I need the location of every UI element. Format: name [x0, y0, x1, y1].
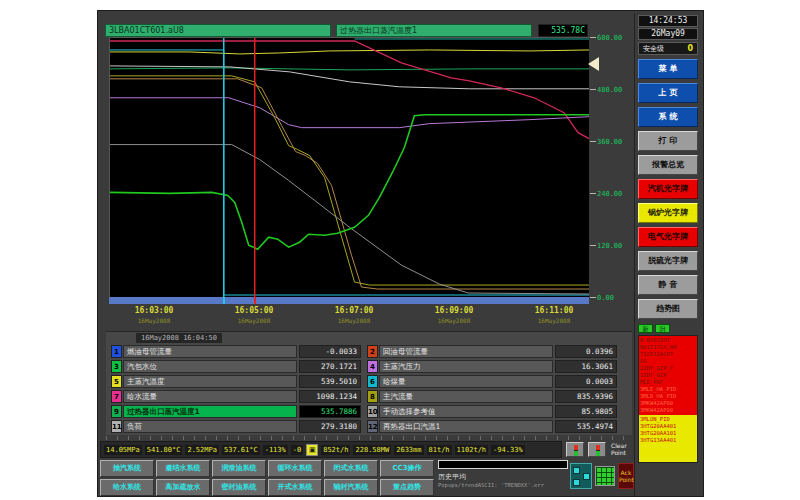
nav-button[interactable]: 轴封汽系统: [324, 479, 378, 496]
trend-line: [110, 50, 589, 295]
alarm-item[interactable]: 3MLE_HA_PID: [640, 386, 696, 393]
sidebar-button[interactable]: 趋势图: [638, 299, 698, 319]
grid-tool-icon[interactable]: [595, 466, 615, 486]
trend-row[interactable]: 1燃油母管流量-0.0033: [111, 345, 361, 358]
point-toggle-2[interactable]: [588, 442, 606, 457]
nav-button[interactable]: 密封油系统: [212, 479, 266, 496]
sidebar-button[interactable]: 打 印: [638, 131, 698, 151]
cursor-timestamp: 16May2008 16:04:50: [136, 333, 222, 343]
trend-color-index: 4: [367, 360, 378, 373]
trend-tag-field[interactable]: 3LBA01CT601.aU8: [105, 24, 331, 37]
command-input[interactable]: [438, 460, 568, 469]
date: 26May09: [638, 28, 698, 40]
security-level-label: 安全级: [643, 43, 664, 54]
y-axis-label: 240.00: [597, 190, 622, 198]
alarm-item[interactable]: 3HTG20AA101: [640, 430, 696, 437]
nav-button[interactable]: 开式水系统: [268, 479, 322, 496]
status-value: 1102t/h: [455, 445, 489, 455]
trend-color-index: 12: [367, 420, 378, 433]
trend-row[interactable]: 9过热器出口蒸汽温度1535.7886: [111, 405, 361, 418]
trend-plot-area[interactable]: [109, 37, 589, 297]
trend-color-index: 5: [111, 375, 122, 388]
trend-row[interactable]: 12再热器出口汽温1535.4974: [367, 420, 617, 433]
trend-line: [110, 76, 589, 285]
y-axis-tick: [590, 245, 596, 246]
trend-description-field[interactable]: 过热器出口蒸汽温度1: [336, 24, 532, 37]
nav-button[interactable]: 凝结水系统: [156, 460, 210, 477]
trend-row[interactable]: 8主汽流量835.9396: [367, 390, 617, 403]
time-tick-label: 16:07:00: [322, 306, 386, 315]
trend-row[interactable]: 5主蒸汽温度539.5010: [111, 375, 361, 388]
trend-value: 270.1721: [299, 360, 361, 373]
nav-button[interactable]: 循环水系统: [268, 460, 322, 477]
sidebar-button[interactable]: 汽机光字牌: [638, 179, 698, 199]
alarm-item[interactable]: T18E12ACHT: [640, 351, 696, 358]
trend-row[interactable]: 10手动选择参考值85.9805: [367, 405, 617, 418]
sidebar-button[interactable]: 系 统: [638, 107, 698, 127]
alarm-item[interactable]: OG: [640, 358, 696, 365]
trend-row[interactable]: 3汽包水位270.1721: [111, 360, 361, 373]
alarm-tab[interactable]: 新: [638, 324, 653, 333]
breaker-icon: ▣: [306, 444, 318, 456]
time-tick-label: 16:11:00: [522, 306, 586, 315]
trend-row[interactable]: 6给煤量0.0003: [367, 375, 617, 388]
alarm-item[interactable]: 1IDF_GZP: [640, 372, 696, 379]
alarm-item[interactable]: N01E17SS.AM: [640, 344, 696, 351]
nav-button[interactable]: 高加疏放水: [156, 479, 210, 496]
link-tool-icon[interactable]: [570, 463, 592, 489]
alarm-item[interactable]: 3MLON_PID: [640, 416, 696, 423]
nav-button[interactable]: 闭式水系统: [324, 460, 378, 477]
status-value: -113%: [263, 445, 288, 455]
trend-color-index: 10: [367, 405, 378, 418]
point-toggle-1[interactable]: [566, 442, 584, 457]
nav-button[interactable]: 抽汽系统: [100, 460, 154, 477]
trend-color-index: 1: [111, 345, 122, 358]
alarm-item[interactable]: 3HTG20AA401: [640, 423, 696, 430]
trend-color-index: 9: [111, 405, 122, 418]
nav-button[interactable]: 重点趋势: [380, 479, 434, 496]
trend-line: [110, 68, 589, 70]
sidebar-button[interactable]: 报警总览: [638, 155, 698, 175]
trend-label: 手动选择参考值: [379, 405, 553, 418]
trend-color-index: 11: [111, 420, 122, 433]
alarm-item[interactable]: 3MKW42AP00: [640, 407, 696, 414]
sidebar-button[interactable]: 锅炉光字牌: [638, 203, 698, 223]
sidebar-button[interactable]: 上 页: [638, 83, 698, 103]
alarm-item[interactable]: 3MLD_HA_PID: [640, 393, 696, 400]
trend-color-index: 6: [367, 375, 378, 388]
nav-button[interactable]: 给水系统: [100, 479, 154, 496]
sidebar-button[interactable]: 静 音: [638, 275, 698, 295]
sidebar-button[interactable]: 菜 单: [638, 59, 698, 79]
trend-color-index: 2: [367, 345, 378, 358]
trend-row[interactable]: 4主蒸汽压力16.3061: [367, 360, 617, 373]
trend-row[interactable]: 2回油母管流量0.0396: [367, 345, 617, 358]
alarm-item[interactable]: MLE_PAF: [640, 379, 696, 386]
trend-line: [110, 41, 589, 139]
trend-row[interactable]: 11负荷279.3180: [111, 420, 361, 433]
time-axis-strip[interactable]: [109, 297, 589, 304]
y-axis-label: 600.00: [597, 34, 622, 42]
status-value: -0: [291, 445, 303, 455]
alarm-tabs: 新旧: [638, 324, 698, 335]
nav-button[interactable]: 润滑油系统: [212, 460, 266, 477]
nav-button[interactable]: CC3操作: [380, 460, 434, 477]
time-tick-label: 16:03:00: [122, 306, 186, 315]
trend-chart: [110, 38, 589, 297]
alarm-item[interactable]: 3HTG13AA401: [640, 437, 696, 444]
trend-value: -0.0033: [299, 345, 361, 358]
alarm-tab[interactable]: 旧: [655, 324, 670, 333]
trend-label: 回油母管流量: [379, 345, 553, 358]
time-tick-date: 16May2008: [222, 317, 286, 324]
status-value: 228.58MW: [353, 445, 391, 455]
sidebar-button[interactable]: 脱硫光字牌: [638, 251, 698, 271]
status-value: 2633mm: [394, 445, 423, 455]
alarm-item[interactable]: 1IDF_GZP_F: [640, 365, 696, 372]
sidebar-button[interactable]: 电气光字牌: [638, 227, 698, 247]
table-column-right: 2回油母管流量0.03964主蒸汽压力16.30616给煤量0.00038主汽流…: [367, 345, 617, 435]
ack-point-button[interactable]: Ack Point: [618, 463, 634, 489]
alarm-item[interactable]: B-B901BHT: [640, 337, 696, 344]
alarm-item[interactable]: 3MKW42AP00: [640, 400, 696, 407]
trend-value: 0.0003: [555, 375, 617, 388]
trend-row[interactable]: 7给水流量1098.1234: [111, 390, 361, 403]
status-bar: 14.05MPa541.80°C2.52MPa537.61°C-113%-0▣8…: [100, 441, 562, 458]
